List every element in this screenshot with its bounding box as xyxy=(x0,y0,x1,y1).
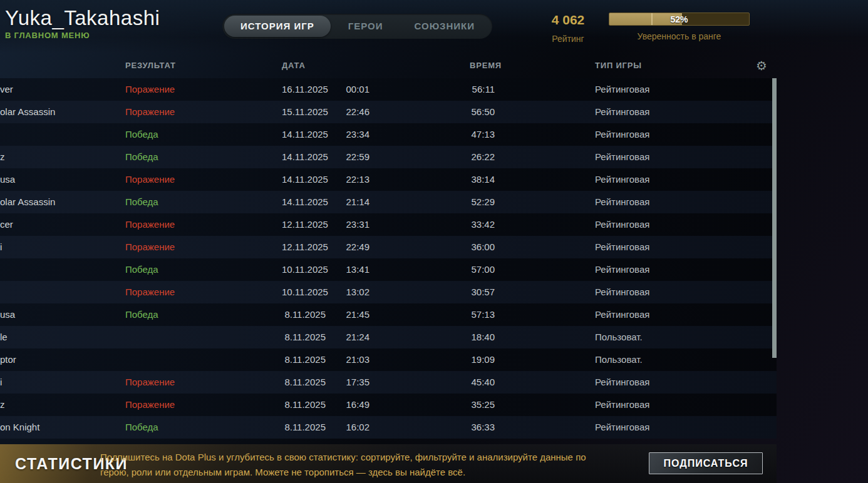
match-date: 14.11.2025 xyxy=(282,191,326,213)
match-duration: 56:11 xyxy=(369,78,495,101)
match-row[interactable]: i Поражение 12.11.2025 22:49 36:00 Рейти… xyxy=(0,236,777,258)
match-start-time: 16:02 xyxy=(326,416,369,439)
match-result: Победа xyxy=(125,146,282,168)
match-game-type: Рейтинговая xyxy=(595,191,777,213)
match-start-time: 22:46 xyxy=(326,101,369,123)
tab-heroes[interactable]: ГЕРОИ xyxy=(334,16,397,37)
match-date: 8.11.2025 xyxy=(282,348,326,371)
match-result: Поражение xyxy=(125,101,282,123)
match-row[interactable]: cer Поражение 12.11.2025 23:31 33:42 Рей… xyxy=(0,213,777,236)
match-game-type: Рейтинговая xyxy=(595,416,777,439)
match-row[interactable]: ptor 8.11.2025 21:03 19:09 Пользоват. xyxy=(0,348,777,371)
match-result: Поражение xyxy=(125,236,282,258)
spacer xyxy=(495,236,595,258)
spacer xyxy=(495,371,595,394)
spacer xyxy=(495,303,595,326)
match-row[interactable]: usa Победа 8.11.2025 21:45 57:13 Рейтинг… xyxy=(0,303,777,326)
match-game-type: Рейтинговая xyxy=(595,281,777,303)
match-game-type: Рейтинговая xyxy=(595,168,777,191)
rank-confidence-block: 52% Уверенность в ранге xyxy=(609,13,750,41)
match-result: Поражение xyxy=(125,394,282,416)
match-date: 15.11.2025 xyxy=(282,101,326,123)
dota-plus-footer: СТАТИСТИКИ Подпишитесь на Dota Plus и уг… xyxy=(0,444,777,483)
scrollbar-thumb[interactable] xyxy=(772,78,777,358)
subscribe-button[interactable]: ПОДПИСАТЬСЯ xyxy=(649,452,763,474)
match-date: 8.11.2025 xyxy=(282,371,326,394)
match-duration: 47:13 xyxy=(369,123,495,146)
match-date: 8.11.2025 xyxy=(282,394,326,416)
spacer xyxy=(495,101,595,123)
match-date: 8.11.2025 xyxy=(282,416,326,439)
column-header-date: ДАТА xyxy=(282,53,306,78)
match-date: 14.11.2025 xyxy=(282,123,326,146)
tab-match-history[interactable]: ИСТОРИЯ ИГР xyxy=(224,16,331,37)
match-start-time: 23:34 xyxy=(326,123,369,146)
match-start-time: 21:45 xyxy=(326,303,369,326)
match-duration: 52:29 xyxy=(369,191,495,213)
match-game-type: Рейтинговая xyxy=(595,371,777,394)
match-game-type: Рейтинговая xyxy=(595,258,777,281)
match-game-type: Рейтинговая xyxy=(595,123,777,146)
match-duration: 56:50 xyxy=(369,101,495,123)
spacer xyxy=(495,191,595,213)
match-duration: 35:25 xyxy=(369,394,495,416)
match-row[interactable]: usa Поражение 14.11.2025 22:13 38:14 Рей… xyxy=(0,168,777,191)
match-row[interactable]: i Поражение 8.11.2025 17:35 45:40 Рейтин… xyxy=(0,371,777,394)
rating-block: 4 062 Рейтинг xyxy=(540,13,596,44)
match-row[interactable]: ver Поражение 16.11.2025 00:01 56:11 Рей… xyxy=(0,78,777,101)
match-duration: 57:13 xyxy=(369,303,495,326)
column-header-time: ВРЕМЯ xyxy=(470,53,502,78)
match-hero-name: i xyxy=(0,371,125,394)
spacer xyxy=(495,146,595,168)
match-hero-name: z xyxy=(0,394,125,416)
match-row[interactable]: olar Assassin Победа 14.11.2025 21:14 52… xyxy=(0,191,777,213)
match-result: Поражение xyxy=(125,281,282,303)
match-duration: 57:00 xyxy=(369,258,495,281)
match-hero-name xyxy=(0,123,125,146)
match-game-type: Рейтинговая xyxy=(595,303,777,326)
match-date: 8.11.2025 xyxy=(282,303,326,326)
match-duration: 36:00 xyxy=(369,236,495,258)
match-row[interactable]: le 8.11.2025 21:24 18:40 Пользоват. xyxy=(0,326,777,348)
match-hero-name xyxy=(0,258,125,281)
match-start-time: 16:49 xyxy=(326,394,369,416)
tabbar: ИСТОРИЯ ИГР ГЕРОИ СОЮЗНИКИ xyxy=(222,14,492,39)
match-hero-name: usa xyxy=(0,168,125,191)
spacer xyxy=(495,78,595,101)
match-row[interactable]: Победа 14.11.2025 23:34 47:13 Рейтингова… xyxy=(0,123,777,146)
match-row[interactable]: on Knight Победа 8.11.2025 16:02 36:33 Р… xyxy=(0,416,777,439)
match-start-time: 00:01 xyxy=(326,78,369,101)
match-result xyxy=(125,348,282,371)
match-row[interactable]: z Поражение 8.11.2025 16:49 35:25 Рейтин… xyxy=(0,394,777,416)
rank-confidence-bar: 52% xyxy=(609,13,750,26)
match-duration: 26:22 xyxy=(369,146,495,168)
match-start-time: 21:14 xyxy=(326,191,369,213)
match-game-type: Рейтинговая xyxy=(595,394,777,416)
match-game-type: Рейтинговая xyxy=(595,213,777,236)
match-hero-name: on Knight xyxy=(0,416,125,439)
match-history-panel: РЕЗУЛЬТАТ ДАТА ВРЕМЯ ТИП ИГРЫ ⚙ ver Пора… xyxy=(0,53,777,439)
column-header-result: РЕЗУЛЬТАТ xyxy=(125,53,176,78)
match-start-time: 13:02 xyxy=(326,281,369,303)
spacer xyxy=(495,168,595,191)
match-result: Победа xyxy=(125,416,282,439)
player-status: В ГЛАВНОМ МЕНЮ xyxy=(5,31,160,40)
match-result: Победа xyxy=(125,191,282,213)
column-header-type: ТИП ИГРЫ xyxy=(595,53,642,78)
match-start-time: 21:03 xyxy=(326,348,369,371)
match-row[interactable]: Поражение 10.11.2025 13:02 30:57 Рейтинг… xyxy=(0,281,777,303)
match-row[interactable]: olar Assassin Поражение 15.11.2025 22:46… xyxy=(0,101,777,123)
spacer xyxy=(495,416,595,439)
match-hero-name xyxy=(0,281,125,303)
match-result: Поражение xyxy=(125,371,282,394)
match-row[interactable]: Победа 10.11.2025 13:41 57:00 Рейтингова… xyxy=(0,258,777,281)
rating-label: Рейтинг xyxy=(540,34,596,44)
match-row[interactable]: z Победа 14.11.2025 22:59 26:22 Рейтинго… xyxy=(0,146,777,168)
settings-gear-icon[interactable]: ⚙ xyxy=(756,53,767,78)
match-game-type: Рейтинговая xyxy=(595,101,777,123)
match-result: Победа xyxy=(125,258,282,281)
spacer xyxy=(495,394,595,416)
scrollbar-track[interactable] xyxy=(772,78,777,439)
player-block: Yuka_Takahashi В ГЛАВНОМ МЕНЮ xyxy=(5,6,160,40)
tab-allies[interactable]: СОЮЗНИКИ xyxy=(401,16,489,37)
